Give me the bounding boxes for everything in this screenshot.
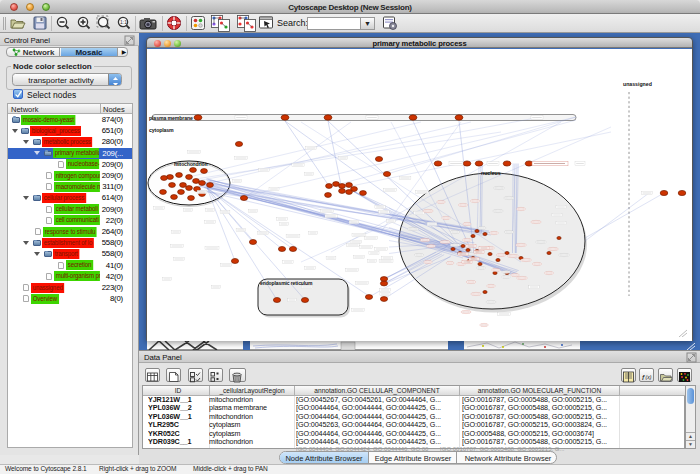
svg-text:mitochondrion: mitochondrion [174,161,208,167]
svg-text:cytoplasm: cytoplasm [149,127,174,133]
svg-text:nucleus: nucleus [481,170,501,176]
svg-text:plasma membrane: plasma membrane [149,115,193,121]
svg-text:unassigned: unassigned [623,81,652,87]
svg-text:(x): (x) [646,374,652,380]
svg-text:1:1: 1:1 [120,19,127,25]
svg-text:endoplasmic reticulum: endoplasmic reticulum [260,280,313,286]
